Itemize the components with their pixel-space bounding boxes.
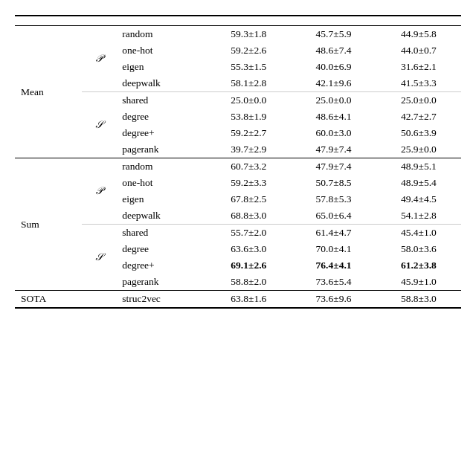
type-cell: 𝒫 (82, 26, 116, 92)
table-container: Mean𝒫random59.3±1.845.7±5.944.9±5.8one-h… (15, 15, 461, 315)
init-cell: deepwalk (116, 75, 206, 92)
brazil-cell: 50.7±8.5 (291, 175, 376, 191)
europe-cell: 48.9±5.1 (376, 158, 461, 176)
aggr-cell: Sum (15, 158, 82, 291)
usa-cell: 59.2±2.7 (206, 125, 291, 141)
init-cell: degree+ (116, 125, 206, 141)
sota-init: struc2vec (116, 291, 206, 309)
init-cell: deepwalk (116, 207, 206, 225)
init-cell: degree+ (116, 257, 206, 274)
init-cell: degree (116, 109, 206, 125)
init-cell: one-hot (116, 42, 206, 59)
brazil-air-header (291, 16, 376, 21)
init-cell: random (116, 26, 206, 43)
europe-cell: 25.0±0.0 (376, 92, 461, 109)
table-row: 𝒮shared25.0±0.025.0±0.025.0±0.0 (15, 92, 461, 109)
sota-europe: 58.8±3.0 (376, 291, 461, 309)
europe-cell: 54.1±2.8 (376, 207, 461, 225)
europe-cell: 45.9±1.0 (376, 274, 461, 291)
brazil-cell: 57.8±5.3 (291, 191, 376, 207)
brazil-cell: 45.7±5.9 (291, 26, 376, 43)
europe-cell: 58.0±3.6 (376, 241, 461, 257)
usa-cell: 59.2±2.6 (206, 42, 291, 59)
europe-cell: 45.4±1.0 (376, 225, 461, 242)
brazil-cell: 48.6±4.1 (291, 109, 376, 125)
type-cell: 𝒮 (82, 92, 116, 158)
init-cell: pagerank (116, 274, 206, 291)
sota-label: SOTA (15, 291, 82, 309)
europe-cell: 49.4±4.5 (376, 191, 461, 207)
init-cell: degree (116, 241, 206, 257)
sota-brazil: 73.6±9.6 (291, 291, 376, 309)
sota-type (82, 291, 116, 309)
results-table: Mean𝒫random59.3±1.845.7±5.944.9±5.8one-h… (15, 15, 461, 309)
usa-cell: 59.2±3.3 (206, 175, 291, 191)
init-cell: pagerank (116, 141, 206, 158)
init-cell: eigen (116, 59, 206, 75)
init-cell: shared (116, 225, 206, 242)
usa-cell: 55.7±2.0 (206, 225, 291, 242)
main-header-row (15, 16, 461, 21)
brazil-cell: 76.4±4.1 (291, 257, 376, 274)
aggr-cell: Mean (15, 26, 82, 158)
brazil-cell: 70.0±4.1 (291, 241, 376, 257)
init-cell: random (116, 158, 206, 176)
brazil-cell: 48.6±7.4 (291, 42, 376, 59)
table-row: 𝒮shared55.7±2.061.4±4.745.4±1.0 (15, 225, 461, 242)
sota-row: SOTAstruc2vec63.8±1.673.6±9.658.8±3.0 (15, 291, 461, 309)
usa-cell: 68.8±3.0 (206, 207, 291, 225)
sota-usa: 63.8±1.6 (206, 291, 291, 309)
brazil-cell: 42.1±9.6 (291, 75, 376, 92)
init-cell: eigen (116, 191, 206, 207)
europe-cell: 44.9±5.8 (376, 26, 461, 43)
usa-cell: 55.3±1.5 (206, 59, 291, 75)
europe-cell: 42.7±2.7 (376, 109, 461, 125)
table-row: Mean𝒫random59.3±1.845.7±5.944.9±5.8 (15, 26, 461, 43)
brazil-cell: 47.9±7.4 (291, 158, 376, 176)
brazil-cell: 73.6±5.4 (291, 274, 376, 291)
usa-cell: 69.1±2.6 (206, 257, 291, 274)
brazil-cell: 61.4±4.7 (291, 225, 376, 242)
europe-cell: 61.2±3.8 (376, 257, 461, 274)
usa-cell: 63.6±3.0 (206, 241, 291, 257)
brazil-cell: 65.0±6.4 (291, 207, 376, 225)
brazil-cell: 60.0±3.0 (291, 125, 376, 141)
usa-cell: 25.0±0.0 (206, 92, 291, 109)
table-row: Sum𝒫random60.7±3.247.9±7.448.9±5.1 (15, 158, 461, 176)
brazil-cell: 47.9±7.4 (291, 141, 376, 158)
type-cell: 𝒫 (82, 158, 116, 225)
usa-cell: 58.1±2.8 (206, 75, 291, 92)
init-cell: shared (116, 92, 206, 109)
initial-header (116, 16, 206, 21)
brazil-cell: 40.0±6.9 (291, 59, 376, 75)
usa-cell: 67.8±2.5 (206, 191, 291, 207)
europe-cell: 44.0±0.7 (376, 42, 461, 59)
brazil-cell: 25.0±0.0 (291, 92, 376, 109)
europe-cell: 48.9±5.4 (376, 175, 461, 191)
usa-cell: 53.8±1.9 (206, 109, 291, 125)
init-cell: one-hot (116, 175, 206, 191)
europe-cell: 25.9±0.0 (376, 141, 461, 158)
europe-cell: 50.6±3.9 (376, 125, 461, 141)
type-cell: 𝒮 (82, 225, 116, 291)
europe-cell: 41.5±3.3 (376, 75, 461, 92)
usa-air-header (206, 16, 291, 21)
europe-air-header (376, 16, 461, 21)
type-header (82, 16, 116, 21)
europe-cell: 31.6±2.1 (376, 59, 461, 75)
usa-cell: 60.7±3.2 (206, 158, 291, 176)
usa-cell: 58.8±2.0 (206, 274, 291, 291)
usa-cell: 39.7±2.9 (206, 141, 291, 158)
aggr-header (15, 16, 82, 21)
usa-cell: 59.3±1.8 (206, 26, 291, 43)
